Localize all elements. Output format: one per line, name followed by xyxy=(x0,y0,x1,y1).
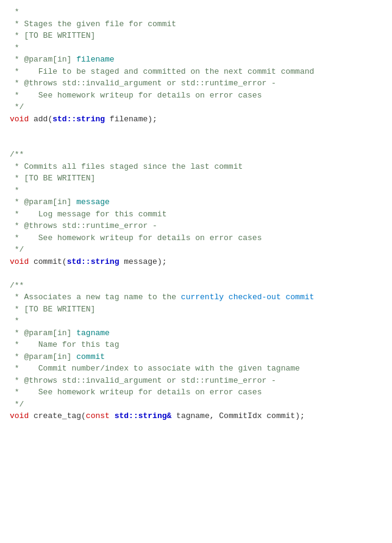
comment-line: * [TO BE WRITTEN] xyxy=(10,303,382,316)
comment-line: * xyxy=(10,185,382,197)
comment-line: * @param[in] tagname xyxy=(10,327,382,339)
create-tag-function-declaration: void create_tag(const std::string& tagna… xyxy=(10,410,382,422)
comment-line: */ xyxy=(10,101,382,113)
comment-line: * xyxy=(10,315,382,327)
comment-line: * Log message for this commit xyxy=(10,208,382,221)
comment-line: * xyxy=(10,42,382,54)
comment-line: * @param[in] commit xyxy=(10,351,382,363)
code-line: void add(std::string filename); xyxy=(10,113,382,126)
comment-line: * @param[in] message xyxy=(10,196,382,208)
comment-line: * @throws std::invalid_argument or std::… xyxy=(10,77,382,90)
comment-line: * Name for this tag xyxy=(10,339,382,351)
code-line: void commit(std::string message); xyxy=(10,256,382,268)
comment-line: * Commit number/index to associate with … xyxy=(10,363,382,375)
comment-line: * File to be staged and committed on the… xyxy=(10,66,382,78)
add-function-declaration: void add(std::string filename); xyxy=(10,113,382,126)
comment-line: */ xyxy=(10,244,382,256)
comment-line: * @throws std::invalid_argument or std::… xyxy=(10,375,382,387)
comment-line: * xyxy=(10,6,382,18)
comment-line: * Stages the given file for commit xyxy=(10,18,382,30)
create-tag-comment-block: /** * Associates a new tag name to the c… xyxy=(10,280,382,411)
comment-line: * See homework writeup for details on er… xyxy=(10,232,382,244)
code-line: void create_tag(const std::string& tagna… xyxy=(10,410,382,422)
comment-line: * [TO BE WRITTEN] xyxy=(10,30,382,42)
top-partial-comment: * * Stages the given file for commit * [… xyxy=(10,6,382,113)
comment-line: * See homework writeup for details on er… xyxy=(10,90,382,102)
commit-comment-block: /** * Commits all files staged since the… xyxy=(10,149,382,256)
comment-line: /** xyxy=(10,280,382,292)
comment-line: * See homework writeup for details on er… xyxy=(10,386,382,399)
code-editor: * * Stages the given file for commit * [… xyxy=(10,6,382,422)
comment-line: /** xyxy=(10,149,382,161)
comment-line: * [TO BE WRITTEN] xyxy=(10,172,382,185)
commit-function-declaration: void commit(std::string message); xyxy=(10,256,382,268)
comment-line: */ xyxy=(10,399,382,411)
comment-line: * @param[in] filename xyxy=(10,54,382,66)
comment-line: * Commits all files staged since the las… xyxy=(10,161,382,173)
comment-line: * @throws std::runtime_error - xyxy=(10,220,382,232)
comment-line: * Associates a new tag name to the curre… xyxy=(10,291,382,303)
